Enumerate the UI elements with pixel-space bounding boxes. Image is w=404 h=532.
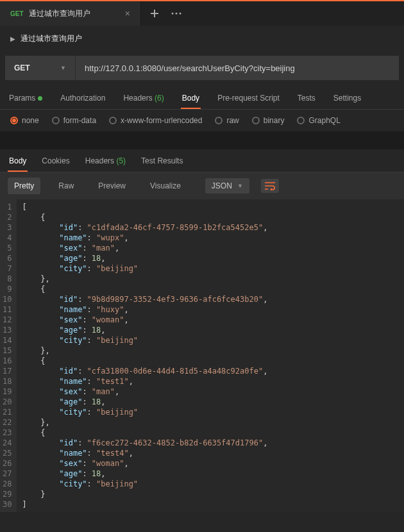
- view-raw[interactable]: Raw: [52, 178, 80, 194]
- body-type-options: none form-data x-www-form-urlencoded raw…: [0, 110, 404, 131]
- tab-params[interactable]: Params: [8, 87, 44, 109]
- view-bar: Pretty Raw Preview Visualize JSON ▼: [0, 172, 404, 199]
- radio-icon: [10, 117, 18, 124]
- wrap-lines-button[interactable]: [261, 179, 279, 193]
- svg-point-0: [172, 13, 174, 15]
- response-body-viewer[interactable]: 1234567891011121314151617181920212223242…: [0, 199, 404, 512]
- wrap-icon: [265, 181, 275, 190]
- radio-icon: [252, 117, 260, 124]
- params-indicator-icon: [38, 96, 42, 101]
- resp-tab-results[interactable]: Test Results: [140, 150, 184, 172]
- url-bar: GET ▼: [5, 56, 399, 80]
- tab-prerequest[interactable]: Pre-request Script: [216, 87, 281, 109]
- response-tabs: Body Cookies Headers (5) Test Results: [0, 149, 404, 172]
- more-button[interactable]: [167, 4, 186, 23]
- resp-tab-headers[interactable]: Headers (5): [84, 150, 127, 172]
- radio-icon: [297, 117, 305, 124]
- tab-body[interactable]: Body: [181, 87, 201, 109]
- request-tab[interactable]: GET 通过城市查询用户 ×: [0, 1, 141, 26]
- tab-authorization[interactable]: Authorization: [59, 87, 106, 109]
- radio-raw[interactable]: raw: [215, 116, 239, 125]
- close-icon[interactable]: ×: [125, 8, 130, 19]
- view-preview[interactable]: Preview: [92, 178, 132, 194]
- radio-icon: [52, 117, 60, 124]
- radio-none[interactable]: none: [10, 116, 39, 125]
- resp-tab-cookies[interactable]: Cookies: [40, 150, 71, 172]
- tab-headers[interactable]: Headers (6): [122, 87, 165, 109]
- url-input[interactable]: [76, 56, 399, 80]
- breadcrumb[interactable]: ▶ 通过城市查询用户: [0, 26, 404, 52]
- breadcrumb-title: 通过城市查询用户: [21, 33, 82, 44]
- chevron-down-icon: ▼: [237, 183, 243, 189]
- tab-title: 通过城市查询用户: [29, 8, 120, 19]
- code-content: [ { "id": "c1dfada2-46cf-4757-8599-1b2fc…: [17, 199, 273, 512]
- method-value: GET: [14, 63, 30, 72]
- format-select[interactable]: JSON ▼: [205, 178, 249, 194]
- tab-bar: GET 通过城市查询用户 ×: [0, 0, 404, 26]
- resp-tab-body[interactable]: Body: [8, 150, 28, 172]
- radio-form-data[interactable]: form-data: [52, 116, 96, 125]
- ellipsis-icon: [171, 12, 181, 15]
- radio-icon: [109, 117, 117, 124]
- separator: [0, 131, 404, 149]
- line-gutter: 1234567891011121314151617181920212223242…: [0, 199, 17, 512]
- radio-binary[interactable]: binary: [252, 116, 285, 125]
- chevron-down-icon: ▼: [60, 65, 66, 71]
- radio-graphql[interactable]: GraphQL: [297, 116, 340, 125]
- request-tabs: Params Authorization Headers (6) Body Pr…: [0, 87, 404, 110]
- tab-settings[interactable]: Settings: [332, 87, 362, 109]
- svg-point-1: [176, 13, 178, 15]
- view-pretty[interactable]: Pretty: [8, 178, 40, 194]
- plus-icon: [150, 9, 159, 18]
- method-select[interactable]: GET ▼: [5, 56, 76, 80]
- tab-method-badge: GET: [10, 10, 24, 17]
- tab-actions: [141, 1, 190, 26]
- radio-icon: [215, 117, 223, 124]
- caret-right-icon: ▶: [10, 35, 15, 42]
- new-tab-button[interactable]: [145, 4, 164, 23]
- view-visualize[interactable]: Visualize: [144, 178, 187, 194]
- svg-point-2: [180, 13, 181, 15]
- radio-xwww[interactable]: x-www-form-urlencoded: [109, 116, 202, 125]
- tab-tests[interactable]: Tests: [296, 87, 317, 109]
